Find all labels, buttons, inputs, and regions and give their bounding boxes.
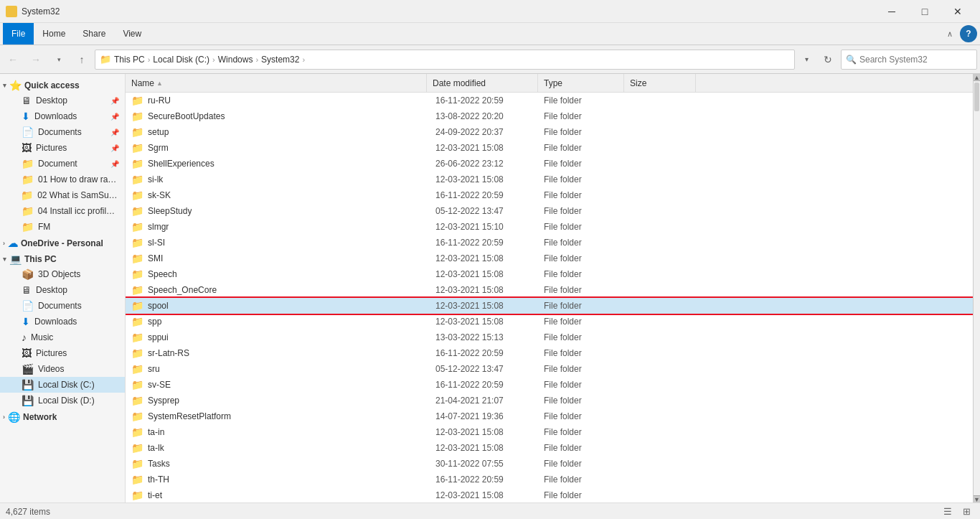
ribbon-expand-icon[interactable]: ∧ [943, 29, 957, 39]
sidebar-item-3d-objects[interactable]: 📦 3D Objects [0, 266, 125, 282]
table-row[interactable]: 📁 SystemResetPlatform 14-07-2021 19:36 F… [126, 408, 973, 424]
table-row[interactable]: 📁 SleepStudy 05-12-2022 13:47 File folde… [126, 203, 973, 219]
onedrive-chevron: › [3, 240, 5, 247]
file-name-cell: 📁 ta-in [128, 426, 430, 438]
table-row[interactable]: 📁 setup 24-09-2022 20:37 File folder [126, 124, 973, 140]
table-row[interactable]: 📁 sru 05-12-2022 13:47 File folder [126, 361, 973, 377]
table-row[interactable]: 📁 ti-et 12-03-2021 15:08 File folder [126, 487, 973, 502]
file-name-text: sv-SE [148, 380, 171, 390]
sidebar-item-documents-qa[interactable]: 📄 Documents 📌 [0, 124, 125, 140]
downloads-pc-icon: ⬇ [22, 316, 30, 327]
sidebar-item-fm[interactable]: 📁 FM [0, 219, 125, 235]
sidebar-item-music[interactable]: ♪ Music [0, 329, 125, 345]
table-row[interactable]: 📁 slmgr 12-03-2021 15:10 File folder [126, 219, 973, 235]
table-row[interactable]: 📁 th-TH 16-11-2022 20:59 File folder [126, 472, 973, 487]
tab-view[interactable]: View [114, 23, 150, 45]
sidebar-item-local-disk-d[interactable]: 💾 Local Disk (D:) [0, 393, 125, 408]
scrollbar-thumb[interactable] [974, 83, 979, 111]
scrollbar-down-arrow[interactable]: ▼ [974, 495, 980, 502]
sidebar-item-quick-access[interactable]: ▾ ⭐ Quick access [0, 77, 125, 93]
file-name-cell: 📁 sr-Latn-RS [128, 347, 430, 359]
table-row[interactable]: 📁 si-lk 12-03-2021 15:08 File folder [126, 172, 973, 187]
ribbon-help-button[interactable]: ? [960, 25, 977, 42]
table-row[interactable]: 📁 sv-SE 16-11-2022 20:59 File folder [126, 377, 973, 393]
col-header-name[interactable]: Name ▲ [126, 74, 427, 92]
table-row[interactable]: 📁 SMI 12-03-2021 15:08 File folder [126, 251, 973, 266]
address-bar[interactable]: 📁 This PC › Local Disk (C:) › Windows › … [95, 50, 795, 70]
status-bar: 4,627 items ☰ ⊞ [0, 502, 980, 519]
documents-qa-pin: 📌 [110, 128, 119, 136]
table-row[interactable]: 📁 sppui 13-03-2022 15:13 File folder [126, 329, 973, 345]
refresh-button[interactable]: ↻ [818, 50, 838, 70]
maximize-button[interactable]: □ [908, 0, 941, 23]
onedrive-icon: ☁ [8, 238, 18, 249]
music-label: Music [31, 332, 53, 342]
sidebar-item-documents-pc[interactable]: 📄 Documents [0, 298, 125, 314]
table-row[interactable]: 📁 Sysprep 21-04-2021 21:07 File folder [126, 393, 973, 408]
table-row[interactable]: 📁 Speech_OneCore 12-03-2021 15:08 File f… [126, 282, 973, 298]
file-name-cell: 📁 SleepStudy [128, 205, 430, 217]
folder-icon: 📁 [131, 458, 143, 469]
right-scrollbar[interactable]: ▲ ▼ [973, 74, 980, 502]
table-row[interactable]: 📁 spp 12-03-2021 15:08 File folder [126, 314, 973, 329]
close-button[interactable]: ✕ [941, 0, 974, 23]
file-type: File folder [541, 474, 627, 485]
tab-share[interactable]: Share [74, 23, 114, 45]
sidebar-item-downloads-pc[interactable]: ⬇ Downloads [0, 314, 125, 329]
details-view-button[interactable]: ☰ [940, 504, 956, 520]
sidebar-item-pictures-pc[interactable]: 🖼 Pictures [0, 345, 125, 361]
table-row[interactable]: 📁 ru-RU 16-11-2022 20:59 File folder [126, 93, 973, 108]
sidebar-item-desktop-qa[interactable]: 🖥 Desktop 📌 [0, 93, 125, 108]
table-row[interactable]: 📁 sr-Latn-RS 16-11-2022 20:59 File folde… [126, 345, 973, 361]
scrollbar-track[interactable] [974, 81, 980, 495]
col-name-label: Name [131, 78, 154, 88]
tab-file[interactable]: File [3, 23, 34, 45]
sidebar-item-downloads-qa[interactable]: ⬇ Downloads 📌 [0, 108, 125, 124]
col-header-size[interactable]: Size [624, 74, 696, 92]
table-row[interactable]: 📁 sl-SI 16-11-2022 20:59 File folder [126, 235, 973, 251]
back-button[interactable]: ← [3, 50, 23, 70]
sidebar-item-desktop-pc[interactable]: 🖥 Desktop [0, 282, 125, 298]
sidebar-item-document-qa[interactable]: 📁 Document 📌 [0, 156, 125, 172]
sidebar-item-onedrive[interactable]: › ☁ OneDrive - Personal [0, 235, 125, 251]
sidebar-item-videos[interactable]: 🎬 Videos [0, 361, 125, 377]
tab-home[interactable]: Home [34, 23, 74, 45]
scrollbar-up-arrow[interactable]: ▲ [974, 74, 980, 81]
minimize-button[interactable]: ─ [875, 0, 908, 23]
sidebar-item-02-what[interactable]: 📁 02 What is SamSung c [0, 187, 125, 203]
address-dropdown-button[interactable]: ▾ [798, 50, 815, 70]
table-row[interactable]: 📁 Speech 12-03-2021 15:08 File folder [126, 266, 973, 282]
icons-view-button[interactable]: ⊞ [958, 504, 974, 520]
file-name-cell: 📁 ti-et [128, 490, 430, 501]
col-header-type[interactable]: Type [538, 74, 624, 92]
status-right: ☰ ⊞ [940, 504, 974, 520]
file-name-text: sl-SI [148, 238, 165, 248]
sidebar-item-network[interactable]: › 🌐 Network [0, 408, 125, 424]
table-row[interactable]: 📁 SecureBootUpdates 13-08-2022 20:20 Fil… [126, 108, 973, 124]
file-name-text: ShellExperiences [148, 159, 215, 169]
sidebar-item-local-disk-c[interactable]: 💾 Local Disk (C:) [0, 377, 125, 393]
up-button[interactable]: ↑ [72, 50, 92, 70]
sidebar-item-01-how[interactable]: 📁 01 How to draw radiu [0, 172, 125, 187]
file-name-cell: 📁 SMI [128, 253, 430, 264]
file-type: File folder [541, 127, 627, 137]
table-row[interactable]: 📁 sk-SK 16-11-2022 20:59 File folder [126, 187, 973, 203]
table-row[interactable]: 📁 ta-lk 12-03-2021 15:08 File folder [126, 440, 973, 456]
pictures-pc-label: Pictures [36, 348, 67, 358]
address-sep-1: › [148, 55, 151, 64]
search-bar[interactable]: 🔍 [841, 50, 977, 70]
table-row[interactable]: 📁 ShellExperiences 26-06-2022 23:12 File… [126, 156, 973, 172]
table-row[interactable]: 📁 Sgrm 12-03-2021 15:08 File folder [126, 140, 973, 156]
table-row[interactable]: 📁 Tasks 30-11-2022 07:55 File folder [126, 456, 973, 472]
search-input[interactable] [859, 55, 972, 65]
col-header-date[interactable]: Date modified [427, 74, 538, 92]
table-row[interactable]: 📁 spool 12-03-2021 15:08 File folder [126, 298, 973, 314]
local-disk-d-label: Local Disk (D:) [38, 396, 95, 406]
dropdown-history-button[interactable]: ▾ [49, 50, 69, 70]
main-layout: ▾ ⭐ Quick access 🖥 Desktop 📌 ⬇ Downloads… [0, 74, 980, 502]
sidebar-item-pictures-qa[interactable]: 🖼 Pictures 📌 [0, 140, 125, 156]
sidebar-item-04-install[interactable]: 📁 04 Install icc profile or [0, 203, 125, 219]
sidebar-item-this-pc[interactable]: ▾ 💻 This PC [0, 251, 125, 266]
table-row[interactable]: 📁 ta-in 12-03-2021 15:08 File folder [126, 424, 973, 440]
forward-button[interactable]: → [26, 50, 46, 70]
